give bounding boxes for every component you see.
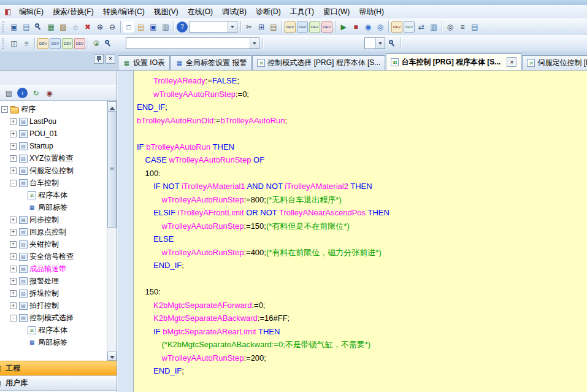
scroll-down-icon[interactable] xyxy=(107,352,117,361)
menu-item[interactable]: 在线(O) xyxy=(183,5,217,19)
tab-close-icon[interactable]: × xyxy=(507,57,516,67)
tree-item[interactable]: +▤伺服定位控制 xyxy=(0,164,107,177)
dev-write2-icon[interactable]: DEV xyxy=(391,21,402,33)
dev-batch4-icon[interactable]: DEV xyxy=(74,38,85,49)
copy-icon[interactable]: ⊞ xyxy=(256,21,267,33)
watch-on-icon[interactable]: ◉ xyxy=(363,21,374,33)
tree-item[interactable]: +▤POU_01 xyxy=(0,128,107,140)
tree-expander-icon[interactable]: + xyxy=(10,302,17,309)
dev-batch1-icon[interactable]: DEV xyxy=(37,38,48,49)
tree-item[interactable]: +▤拍打控制 xyxy=(0,299,107,312)
tree-item[interactable]: +▤成品输送带 xyxy=(0,263,107,275)
toolbar-combobox[interactable] xyxy=(126,37,259,49)
menu-item[interactable]: 编辑(E) xyxy=(15,5,48,19)
scroll-up-icon[interactable] xyxy=(107,101,117,110)
tree-item[interactable]: +▤XYZ位置检查 xyxy=(0,152,107,164)
monitor-start-icon[interactable]: ▶ xyxy=(338,21,349,33)
tree-expander-icon[interactable]: + xyxy=(10,217,17,223)
open-doc-icon[interactable]: ▤ xyxy=(136,21,147,33)
tree-item[interactable]: st程序本体 xyxy=(0,324,107,336)
zoom-out-icon[interactable]: ⊖ xyxy=(107,21,118,33)
cross-reference-icon[interactable]: ▦ xyxy=(45,21,56,33)
pt-new-icon[interactable]: ▨ xyxy=(4,88,14,98)
combo-dropdown-icon[interactable] xyxy=(228,21,237,32)
tree-expander-icon[interactable]: + xyxy=(10,155,17,162)
pt-refresh-icon[interactable]: ↻ xyxy=(31,88,41,98)
dock-window-icon[interactable]: ◫ xyxy=(9,38,20,49)
pin-panel-icon[interactable] xyxy=(94,54,104,64)
library-window-icon[interactable]: ▤ xyxy=(21,21,32,33)
monitor-window-icon[interactable]: ▤ xyxy=(469,21,480,33)
dev-read-icon[interactable]: DEV xyxy=(297,21,308,33)
save-icon[interactable]: ▣ xyxy=(148,21,159,33)
scroll-thumb[interactable] xyxy=(107,111,117,228)
nav-bar[interactable]: ▤用户库 xyxy=(0,375,117,390)
document-tab[interactable]: st台车控制 [PRG] 程序本体 [S...× xyxy=(386,53,521,70)
document-tab[interactable]: ▦全局标签设置 报警 xyxy=(171,55,251,70)
menu-item[interactable]: 工具(T) xyxy=(286,5,318,19)
dev-write-icon[interactable]: DEV xyxy=(285,21,296,33)
st-editor[interactable]: TrolleyAReady:=FALSE;wTrolleyAAutoRunSte… xyxy=(118,71,587,392)
toolbar-combobox[interactable] xyxy=(364,37,385,49)
tree-expander-icon[interactable]: + xyxy=(10,131,17,137)
tree-scrollbar[interactable] xyxy=(107,101,117,361)
tree-expander-icon[interactable]: + xyxy=(10,278,17,285)
tree-expander-icon[interactable]: + xyxy=(10,241,17,248)
step-number-icon[interactable]: ② xyxy=(91,38,102,49)
tree-expander-icon[interactable]: + xyxy=(10,266,17,272)
dev-monitor-icon[interactable]: DEV xyxy=(321,21,332,33)
help-icon[interactable]: ? xyxy=(177,21,188,33)
dev-batch3-icon[interactable]: DEV xyxy=(62,38,73,49)
paste-icon[interactable]: ▤ xyxy=(268,21,279,33)
combo-dropdown-icon[interactable] xyxy=(250,38,259,48)
tree-item[interactable]: +▤同步控制 xyxy=(0,213,107,226)
pt-info-icon[interactable]: i xyxy=(17,88,28,98)
menu-item[interactable]: 搜索/替换(F) xyxy=(48,5,98,19)
tree-item[interactable]: +▤Startup xyxy=(0,140,107,152)
tree-item[interactable]: +▤回原点控制 xyxy=(0,226,107,238)
tree-item[interactable]: +▤报警处理 xyxy=(0,275,107,287)
tree-expander-icon[interactable]: + xyxy=(10,118,17,125)
connect-icon[interactable]: ≡ xyxy=(457,21,468,33)
pt-user-icon[interactable]: ◉ xyxy=(44,88,55,98)
document-tab[interactable]: ▦设置 IO表 xyxy=(118,55,170,70)
tree-item[interactable]: st程序本体 xyxy=(0,189,107,201)
tree-expander-icon[interactable]: - xyxy=(1,106,8,113)
tree-expander-icon[interactable]: + xyxy=(10,167,17,174)
tree-item[interactable]: -▤控制模式选择 xyxy=(0,312,107,324)
code-area[interactable]: TrolleyAReady:=FALSE;wTrolleyAAutoRunSte… xyxy=(134,71,587,392)
project-window-icon[interactable]: ▣ xyxy=(9,21,20,33)
tree-item[interactable]: +▤夹钳控制 xyxy=(0,238,107,250)
menu-item[interactable]: 视图(V) xyxy=(150,5,183,19)
tree-item[interactable]: ▦局部标签 xyxy=(0,336,107,348)
menu-item[interactable]: 诊断(D) xyxy=(251,5,285,19)
menu-item[interactable]: 窗口(W) xyxy=(319,5,354,19)
find-small-icon[interactable] xyxy=(103,38,114,49)
tree-item[interactable]: +▤安全信号检查 xyxy=(0,250,107,263)
cut-icon[interactable]: ✂ xyxy=(244,21,255,33)
tree-item[interactable]: -程序 xyxy=(0,103,107,115)
tree-expander-icon[interactable]: - xyxy=(10,315,17,321)
monitor-stop-icon[interactable]: ■ xyxy=(350,21,361,33)
tree-expander-icon[interactable]: + xyxy=(10,229,17,236)
view-glasses-icon[interactable]: ◎ xyxy=(445,21,456,33)
combo-dropdown-icon[interactable] xyxy=(375,38,385,48)
search-go-icon[interactable] xyxy=(387,38,398,49)
menu-item[interactable]: 帮助(H) xyxy=(355,5,388,19)
tree-expander-icon[interactable]: + xyxy=(10,143,17,150)
watch-off-icon[interactable]: ◎ xyxy=(375,21,386,33)
toolbar-combobox[interactable] xyxy=(190,21,237,33)
screen-icon[interactable]: ▥ xyxy=(428,21,439,33)
close-panel-icon[interactable]: × xyxy=(106,54,115,64)
device-comment-icon[interactable]: ▧ xyxy=(58,21,69,33)
new-doc-icon[interactable]: □ xyxy=(123,21,134,33)
print-icon[interactable]: ▥ xyxy=(160,21,171,33)
tree-expander-icon[interactable]: + xyxy=(10,253,17,260)
zoom-in-icon[interactable]: ⊕ xyxy=(94,21,106,33)
dev-read2-icon[interactable]: DEV xyxy=(404,21,415,33)
menu-item[interactable]: 调试(B) xyxy=(218,5,251,19)
dev-verify-icon[interactable]: DEV xyxy=(309,21,320,33)
tree-expander-icon[interactable]: + xyxy=(10,290,17,297)
dev-batch2-icon[interactable]: DEV xyxy=(50,38,61,49)
tree-item[interactable]: -▤台车控制 xyxy=(0,177,107,189)
